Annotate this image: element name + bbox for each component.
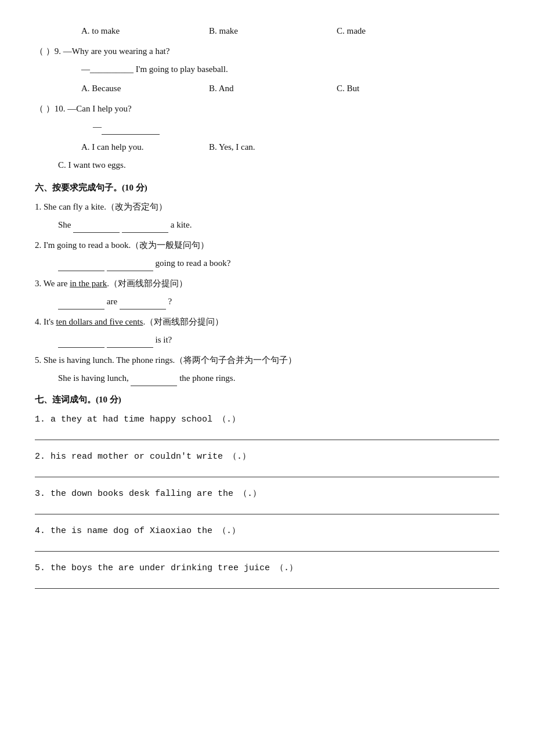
q8-option-b: B. make bbox=[209, 23, 337, 39]
section6-item5-answer: She is having lunch, the phone rings. bbox=[35, 370, 499, 386]
section7-item3-num: 3. bbox=[35, 489, 50, 499]
q9-options: A. Because B. And C. But bbox=[35, 81, 499, 96]
blank-3a bbox=[58, 299, 104, 309]
blank-4b bbox=[107, 337, 153, 348]
section6-item4-text: It's ten dollars and five cents.（对画线部分提问… bbox=[44, 317, 223, 326]
section7-item2: 2. his read mother or couldn't write （.） bbox=[35, 448, 499, 465]
section6-item1-answer: She a kite. bbox=[35, 217, 499, 233]
section6-item3-num: 3. bbox=[35, 279, 44, 288]
q10-option-b: B. Yes, I can. bbox=[209, 139, 337, 155]
section7-item5-words: the boys the are under drinking tree jui… bbox=[50, 563, 298, 573]
blank-4a bbox=[58, 337, 104, 348]
section7-item1-num: 1. bbox=[35, 415, 50, 424]
section6-item4-num: 4. bbox=[35, 317, 44, 326]
q8-option-a: A. to make bbox=[81, 23, 209, 39]
q9-option-b: B. And bbox=[209, 81, 337, 96]
q8-option-c: C. made bbox=[337, 23, 406, 39]
blank-1a bbox=[73, 222, 120, 233]
section6-item4: 4. It's ten dollars and five cents.（对画线部… bbox=[35, 314, 499, 330]
q10-option-c: C. I want two eggs. bbox=[58, 160, 126, 170]
q9-option-a: A. Because bbox=[81, 81, 209, 96]
section7-item5: 5. the boys the are under drinking tree … bbox=[35, 560, 499, 576]
section7-answer-line-2 bbox=[35, 467, 499, 477]
section7-answer-line-4 bbox=[35, 541, 499, 552]
section6-item1: 1. She can fly a kite.（改为否定句） bbox=[35, 199, 499, 215]
section6-item5-text: She is having lunch. The phone rings.（将两… bbox=[44, 355, 297, 365]
q10-options-row1: A. I can help you. B. Yes, I can. bbox=[35, 139, 499, 155]
q10-option-a: A. I can help you. bbox=[81, 139, 209, 155]
q9-question: （ ）9. —Why are you wearing a hat? bbox=[35, 44, 499, 59]
section7-item3-words: the down books desk falling are the （.） bbox=[50, 489, 261, 499]
q9-sub: —__________ I'm going to play baseball. bbox=[35, 62, 499, 77]
section7-item1: 1. a they at had time happy school （.） bbox=[35, 411, 499, 427]
section7-answer-line-3 bbox=[35, 504, 499, 514]
blank-3b bbox=[120, 299, 166, 309]
section6-item2-answer: going to read a book? bbox=[35, 255, 499, 271]
section7-answer-line-1 bbox=[35, 430, 499, 440]
section6-item3-answer: are ? bbox=[35, 294, 499, 309]
section7-item5-num: 5. bbox=[35, 563, 50, 573]
section6-item2-num: 2. bbox=[35, 240, 44, 250]
section6-item4-answer: is it? bbox=[35, 332, 499, 348]
blank-5a bbox=[131, 376, 177, 386]
section7-item4-words: the is name dog of Xiaoxiao the （.） bbox=[50, 526, 240, 536]
section7-item4-num: 4. bbox=[35, 526, 50, 536]
section6-item3-text: We are in the park.（对画线部分提问） bbox=[44, 279, 187, 288]
section6-item1-num: 1. bbox=[35, 202, 44, 211]
section7-item3: 3. the down books desk falling are the （… bbox=[35, 485, 499, 502]
section7-item2-num: 2. bbox=[35, 452, 50, 462]
q9-option-c: C. But bbox=[337, 81, 406, 96]
section6-item5-num: 5. bbox=[35, 355, 44, 365]
section6-title: 六、按要求完成句子。(10 分) bbox=[35, 180, 499, 196]
section6-item3: 3. We are in the park.（对画线部分提问） bbox=[35, 276, 499, 291]
section7-item1-words: a they at had time happy school （.） bbox=[50, 415, 240, 424]
section6-item2-text: I'm going to read a book.（改为一般疑问句） bbox=[44, 240, 209, 250]
section6-item2: 2. I'm going to read a book.（改为一般疑问句） bbox=[35, 237, 499, 253]
q8-options: A. to make B. make C. made bbox=[35, 23, 499, 39]
section6-item5: 5. She is having lunch. The phone rings.… bbox=[35, 352, 499, 368]
section7-item4: 4. the is name dog of Xiaoxiao the （.） bbox=[35, 523, 499, 539]
section7-answer-line-5 bbox=[35, 578, 499, 589]
q10-question: （ ）10. —Can I help you? bbox=[35, 101, 499, 117]
section7-item2-words: his read mother or couldn't write （.） bbox=[50, 452, 251, 462]
blank-2a bbox=[58, 261, 104, 271]
q10-sub: — bbox=[35, 119, 499, 135]
blank-1b bbox=[122, 222, 168, 233]
section6-item1-text: She can fly a kite.（改为否定句） bbox=[44, 202, 167, 211]
section7-title: 七、连词成句。(10 分) bbox=[35, 392, 499, 408]
blank-2b bbox=[107, 261, 153, 271]
q10-blank bbox=[102, 124, 160, 135]
q10-option-c-row: C. I want two eggs. bbox=[35, 157, 499, 173]
